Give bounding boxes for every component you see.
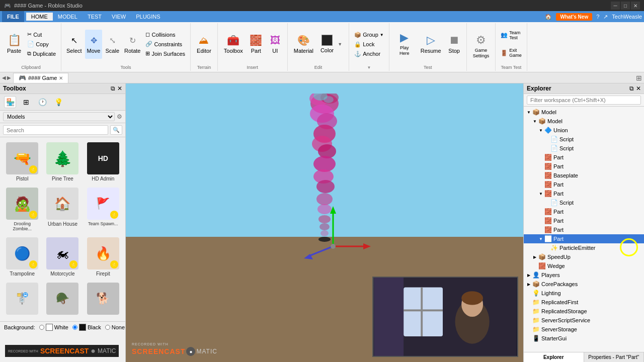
tree-item-19[interactable]: ▶👤Players bbox=[524, 270, 644, 280]
game-tab-close[interactable]: ✕ bbox=[59, 75, 63, 81]
toolbox-item-pistol[interactable]: 🔫 ⭐ Pistol bbox=[3, 140, 41, 184]
bg-none-radio[interactable] bbox=[105, 325, 110, 330]
bg-none-option[interactable]: None bbox=[105, 324, 125, 330]
tree-item-21[interactable]: 💡Lighting bbox=[524, 289, 644, 298]
ui-button[interactable]: 🖼 UI bbox=[266, 27, 284, 62]
lock-button[interactable]: 🔒 Lock bbox=[352, 40, 386, 49]
toolbox-nav-grid[interactable]: ⊞ bbox=[20, 96, 32, 108]
tab-forward[interactable]: ▶ bbox=[7, 75, 11, 80]
toolbox-item-12[interactable]: 🐕 bbox=[84, 281, 122, 318]
maximize-button[interactable]: □ bbox=[621, 2, 630, 10]
toolbox-item-11[interactable]: 🪖 bbox=[43, 281, 82, 318]
tree-item-15[interactable]: ▼🧱Part bbox=[524, 234, 644, 243]
join-surfaces-button[interactable]: ⊞ Join Surfaces bbox=[143, 49, 187, 58]
tree-item-10[interactable]: ▼🧱Part bbox=[524, 189, 644, 198]
rotate-button[interactable]: ↻ Rotate bbox=[122, 30, 142, 59]
collisions-button[interactable]: ◻ Collisions bbox=[143, 30, 187, 39]
tree-arrow[interactable]: ▼ bbox=[526, 109, 532, 115]
tab-home[interactable]: HOME bbox=[26, 13, 53, 21]
group-button[interactable]: 📦 Group ▼ bbox=[352, 30, 386, 39]
copy-button[interactable]: 📄 Copy bbox=[25, 40, 58, 49]
tab-back[interactable]: ◀ bbox=[2, 75, 6, 80]
toolbox-category-select[interactable]: Models Meshes Decals Audio bbox=[3, 112, 115, 121]
tab-plugins[interactable]: PLUGINS bbox=[131, 13, 165, 21]
cut-button[interactable]: ✂ Cut bbox=[25, 30, 58, 39]
game-settings-button[interactable]: ⚙ GameSettings bbox=[470, 29, 493, 64]
tree-item-24[interactable]: 📁ServerScriptService bbox=[524, 316, 644, 325]
tree-item-14[interactable]: 🧱Part bbox=[524, 225, 644, 234]
tree-item-11[interactable]: 📄Script bbox=[524, 198, 644, 207]
stop-button[interactable]: ⏹ Stop bbox=[445, 27, 463, 62]
viewport[interactable]: RECORDED WITH SCREENCAST ● MATIC bbox=[126, 83, 523, 362]
resume-button[interactable]: ▷ Resume bbox=[418, 27, 444, 62]
duplicate-button[interactable]: ⧉ Duplicate bbox=[25, 49, 58, 58]
tree-item-6[interactable]: 🧱Part bbox=[524, 153, 644, 162]
search-button[interactable]: 🔍 bbox=[110, 125, 122, 135]
explorer-filter-input[interactable] bbox=[527, 96, 641, 105]
properties-tab[interactable]: Properties - Part "Part" bbox=[584, 352, 645, 362]
tree-item-3[interactable]: ▼🔷Union bbox=[524, 126, 644, 135]
toolbox-nav-marketplace[interactable]: 🏪 bbox=[4, 96, 16, 108]
tree-item-17[interactable]: ▶📦SpeedUp bbox=[524, 252, 644, 261]
toolbox-close-icon[interactable]: ✕ bbox=[117, 85, 122, 92]
tab-model[interactable]: MODEL bbox=[53, 13, 83, 21]
bg-white-option[interactable]: White bbox=[39, 324, 68, 331]
material-button[interactable]: 🎨 Material bbox=[291, 27, 316, 62]
toolbox-item-pine-tree[interactable]: 🌲 Pine Tree bbox=[43, 140, 82, 184]
tree-item-26[interactable]: 📱StarterGui bbox=[524, 334, 644, 343]
exit-game-button[interactable]: 🚪 ExitGame bbox=[499, 48, 524, 57]
tree-item-5[interactable]: 📄Script bbox=[524, 144, 644, 153]
tree-item-7[interactable]: 🧱Part bbox=[524, 162, 644, 171]
tree-arrow[interactable]: ▼ bbox=[538, 127, 544, 133]
explorer-close-icon[interactable]: ✕ bbox=[636, 85, 641, 92]
tree-item-13[interactable]: 🧱Part bbox=[524, 216, 644, 225]
tree-arrow[interactable]: ▶ bbox=[532, 254, 538, 260]
bg-black-radio[interactable] bbox=[72, 325, 77, 330]
tree-item-22[interactable]: 📁ReplicatedFirst bbox=[524, 298, 644, 307]
close-button[interactable]: ✕ bbox=[631, 2, 640, 10]
game-tab[interactable]: 🎮 #### Game ✕ bbox=[13, 73, 68, 83]
bg-black-option[interactable]: Black bbox=[72, 324, 101, 331]
toolbox-nav-clock[interactable]: 🕐 bbox=[36, 96, 48, 108]
toolbox-item-trampoline[interactable]: 🔵 ⭐ Trampoline bbox=[3, 235, 41, 279]
select-button[interactable]: ↖ Select bbox=[64, 30, 84, 59]
search-input[interactable] bbox=[3, 125, 108, 135]
tree-item-16[interactable]: ✨ParticleEmitter bbox=[524, 243, 644, 252]
tree-item-18[interactable]: 🧱Wedge bbox=[524, 261, 644, 270]
tree-arrow[interactable]: ▼ bbox=[538, 191, 544, 197]
toolbox-item-firepit[interactable]: 🔥 ⭐ Firepit bbox=[84, 235, 122, 279]
scale-button[interactable]: ⤡ Scale bbox=[103, 30, 121, 59]
bg-white-radio[interactable] bbox=[39, 325, 44, 330]
play-here-button[interactable]: ▶ PlayHere bbox=[392, 27, 417, 62]
toolbox-item-motorcycle[interactable]: 🏍 ⭐ Motorcycle bbox=[43, 235, 82, 279]
tree-item-8[interactable]: 🧱Baseplate bbox=[524, 171, 644, 180]
tree-arrow[interactable]: ▶ bbox=[526, 281, 532, 287]
tree-item-2[interactable]: ▼📦Model bbox=[524, 117, 644, 126]
tree-arrow[interactable]: ▼ bbox=[532, 118, 538, 124]
tree-arrow[interactable]: ▼ bbox=[538, 236, 544, 242]
constraints-button[interactable]: 🔗 Constraints bbox=[143, 40, 187, 49]
toolbox-item-zombie[interactable]: 🧟 ⭐ Drooling Zombie... bbox=[3, 186, 41, 233]
part-button[interactable]: 🧱 Part bbox=[247, 27, 265, 62]
tree-item-25[interactable]: 📁ServerStorage bbox=[524, 325, 644, 334]
tree-item-12[interactable]: 🧱Part bbox=[524, 207, 644, 216]
move-button[interactable]: ✥ Move bbox=[85, 30, 103, 59]
toolbox-item-10[interactable]: 🚏 bbox=[3, 281, 41, 318]
viewport-expand[interactable]: ⊞ bbox=[636, 74, 642, 82]
minimize-button[interactable]: ─ bbox=[611, 2, 620, 10]
file-menu[interactable]: FILE bbox=[2, 11, 24, 22]
tree-item-1[interactable]: ▼📦Model bbox=[524, 108, 644, 117]
tab-test[interactable]: TEST bbox=[83, 13, 107, 21]
tab-view[interactable]: VIEW bbox=[107, 13, 131, 21]
toolbox-nav-bulb[interactable]: 💡 bbox=[52, 96, 64, 108]
color-button[interactable]: Color bbox=[317, 27, 337, 62]
paste-button[interactable]: 📋 Paste bbox=[4, 27, 24, 62]
tree-item-23[interactable]: 📁ReplicatedStorage bbox=[524, 307, 644, 316]
toolbox-button[interactable]: 🧰 Toolbox bbox=[221, 27, 246, 62]
explorer-tab[interactable]: Explorer bbox=[524, 352, 584, 362]
tree-arrow[interactable]: ▶ bbox=[526, 272, 532, 278]
team-test-button[interactable]: 👥 TeamTest bbox=[499, 31, 524, 40]
tree-item-4[interactable]: 📄Script bbox=[524, 135, 644, 144]
editor-button[interactable]: ⛰ Editor bbox=[194, 27, 214, 62]
toolbox-float-icon[interactable]: ⧉ bbox=[111, 85, 115, 92]
